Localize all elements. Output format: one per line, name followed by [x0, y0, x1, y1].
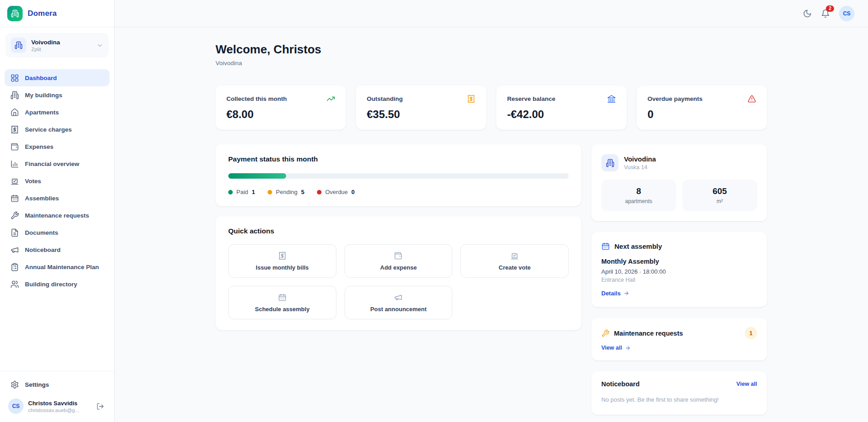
- sidebar-item-noticeboard[interactable]: Noticeboard: [5, 241, 110, 258]
- quick-action-create-vote[interactable]: Create vote: [460, 244, 569, 278]
- quick-action-issue-monthly-bills[interactable]: Issue monthly bills: [228, 244, 336, 278]
- legend-item-pending: Pending 5: [268, 189, 304, 195]
- sidebar-item-annual-maintenance-plan[interactable]: Annual Maintenance Plan: [5, 258, 110, 275]
- quick-actions-grid: Issue monthly bills Add expense Create v…: [228, 244, 569, 319]
- legend-count: 0: [351, 189, 355, 195]
- stat-card-reserve-balance: Reserve balance -€42.00: [496, 85, 627, 130]
- sidebar-footer: Settings CS Christos Savvidis christossa…: [0, 371, 114, 422]
- receipt-icon: [10, 125, 19, 134]
- quick-action-schedule-assembly[interactable]: Schedule assembly: [228, 286, 336, 319]
- layout-grid-icon: [10, 74, 19, 82]
- stat-value: -€42.00: [507, 108, 616, 121]
- user-row: CS Christos Savvidis christossav.aueb@g.…: [5, 393, 110, 416]
- sidebar-item-expenses[interactable]: Expenses: [5, 138, 110, 155]
- arrow-right-icon: [623, 290, 629, 296]
- main-area: 2 CS Welcome, Christos Voivodina Collect…: [115, 0, 868, 422]
- assembly-location: Entrance Hall: [601, 277, 757, 283]
- sidebar-item-dashboard[interactable]: Dashboard: [5, 69, 110, 86]
- users-icon: [10, 280, 19, 289]
- stat-label: Collected this month: [226, 95, 287, 102]
- payment-legend: Paid 1 Pending 5 Overdue 0: [228, 189, 569, 195]
- receipt-icon: [467, 95, 475, 103]
- user-meta: Christos Savvidis christossav.aueb@g...: [28, 400, 90, 413]
- building-selector[interactable]: Voivodina Zplit: [5, 33, 109, 57]
- building-name: Voivodina: [624, 155, 656, 163]
- maintenance-title: Maintenance requests: [614, 330, 740, 337]
- logout-icon[interactable]: [95, 401, 106, 412]
- stat-label: Overdue payments: [647, 95, 703, 102]
- noticeboard-card: Noticeboard View all No posts yet. Be th…: [591, 371, 767, 415]
- notifications-button[interactable]: 2: [821, 9, 830, 18]
- link-label: View all: [736, 381, 757, 387]
- sidebar-item-maintenance-requests[interactable]: Maintenance requests: [5, 207, 110, 224]
- paid-dot: [228, 190, 233, 194]
- calendar-icon: [601, 242, 610, 251]
- building-address: Vuska 14: [624, 164, 656, 171]
- sidebar-item-label: Annual Maintenance Plan: [25, 264, 99, 270]
- wallet-icon: [10, 142, 19, 151]
- sidebar-item-label: My buildings: [25, 92, 62, 99]
- sidebar-item-label: Votes: [25, 178, 41, 185]
- quick-action-label: Create vote: [499, 264, 531, 271]
- avatar[interactable]: CS: [839, 6, 854, 21]
- stat-value: 605: [687, 186, 753, 196]
- sidebar-item-label: Apartments: [25, 109, 59, 116]
- dark-mode-toggle[interactable]: [803, 9, 812, 18]
- sidebar-item-assemblies[interactable]: Assemblies: [5, 190, 110, 207]
- clipboard-icon: [10, 263, 19, 271]
- stat-value: 0: [647, 108, 756, 121]
- bar-chart-icon: [10, 160, 19, 168]
- wrench-icon: [10, 211, 19, 220]
- arrow-right-icon: [625, 345, 631, 351]
- legend-label: Paid: [236, 189, 248, 195]
- noticeboard-view-all-link[interactable]: View all: [736, 381, 757, 387]
- megaphone-icon: [10, 246, 19, 254]
- vote-icon: [510, 251, 519, 260]
- quick-action-post-announcement[interactable]: Post announcement: [345, 286, 453, 319]
- megaphone-icon: [394, 293, 403, 302]
- legend-item-overdue: Overdue 0: [317, 189, 355, 195]
- sidebar-item-financial-overview[interactable]: Financial overview: [5, 155, 110, 172]
- stat-label: Reserve balance: [507, 95, 556, 102]
- file-text-icon: [10, 228, 19, 237]
- sidebar: Domera Voivodina Zplit Dashboard My buil…: [0, 0, 115, 422]
- vote-icon: [10, 177, 19, 185]
- user-name: Christos Savvidis: [28, 400, 90, 407]
- legend-count: 1: [252, 189, 255, 195]
- avatar: CS: [8, 398, 24, 414]
- link-label: Details: [601, 290, 621, 297]
- building-icon: [601, 154, 619, 171]
- sidebar-item-my-buildings[interactable]: My buildings: [5, 86, 110, 104]
- domera-logo-icon: [7, 6, 23, 21]
- quick-actions-card: Quick actions Issue monthly bills Add ex…: [216, 216, 581, 330]
- chevron-down-icon: [96, 42, 103, 49]
- sidebar-item-documents[interactable]: Documents: [5, 224, 110, 241]
- pending-dot: [268, 190, 272, 194]
- building-icon: [10, 91, 19, 100]
- sidebar-item-apartments[interactable]: Apartments: [5, 104, 110, 121]
- main-column: Payment status this month Paid 1: [216, 144, 581, 330]
- wrench-icon: [601, 329, 609, 337]
- sidebar-item-building-directory[interactable]: Building directory: [5, 275, 110, 293]
- link-label: View all: [601, 345, 622, 351]
- sidebar-item-label: Noticeboard: [25, 247, 61, 253]
- building-icon: [11, 38, 26, 53]
- building-summary-card: Voivodina Vuska 14 8 apartments 605: [591, 144, 767, 221]
- sidebar-item-votes[interactable]: Votes: [5, 172, 110, 190]
- legend-label: Pending: [276, 189, 297, 195]
- sidebar-item-label: Financial overview: [25, 161, 79, 167]
- quick-action-add-expense[interactable]: Add expense: [345, 244, 453, 278]
- noticeboard-empty-message: No posts yet. Be the first to share some…: [601, 396, 757, 403]
- next-assembly-title: Next assembly: [614, 242, 662, 250]
- stat-card-overdue-payments: Overdue payments 0: [637, 85, 767, 130]
- sidebar-item-label: Dashboard: [25, 75, 57, 81]
- maintenance-view-all-link[interactable]: View all: [601, 345, 631, 351]
- sidebar-item-label: Maintenance requests: [25, 212, 89, 219]
- assembly-details-link[interactable]: Details: [601, 290, 629, 297]
- quick-actions-title: Quick actions: [228, 227, 569, 235]
- settings-button[interactable]: Settings: [5, 376, 110, 393]
- logo-row: Domera: [0, 0, 114, 27]
- user-email: christossav.aueb@g...: [28, 408, 86, 413]
- sidebar-item-service-charges[interactable]: Service charges: [5, 121, 110, 138]
- alert-triangle-icon: [748, 95, 756, 103]
